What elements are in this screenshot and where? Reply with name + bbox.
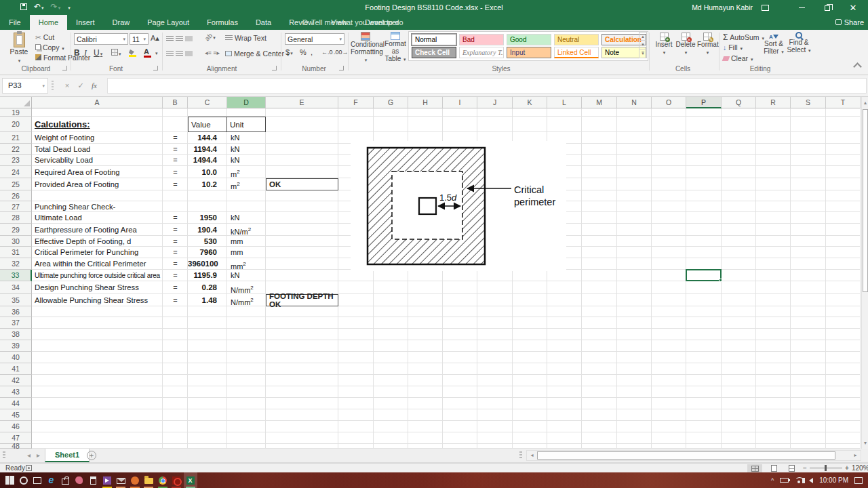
close-button[interactable]: ✕ [844,0,863,15]
taskbar-app-orange-icon[interactable] [128,472,142,488]
column-header-F[interactable]: F [338,97,374,108]
sheet-nav-left-icon[interactable]: ◂ [27,449,31,462]
cell-D20[interactable]: Unit [226,117,266,132]
style-normal[interactable]: Normal [412,34,456,45]
taskbar-file-explorer-icon[interactable] [142,472,155,488]
bold-button[interactable]: B [74,48,82,58]
cell-A20[interactable]: Calculations: [33,117,189,132]
tab-splitter[interactable] [3,451,5,460]
merge-center-button[interactable]: Merge & Center ▾ [225,49,289,58]
row-header-27[interactable]: 27 [0,201,32,212]
horizontal-align-buttons[interactable] [166,49,193,58]
cell-B23[interactable]: = [163,155,188,166]
cell-B24[interactable]: = [163,166,188,178]
row-header-35[interactable]: 35 [0,294,32,306]
row-header-48[interactable]: 48 [0,444,32,449]
ribbon-tab-data[interactable]: Data [247,15,280,30]
cell-C35[interactable]: 1.48 [188,294,227,306]
collapse-ribbon-icon[interactable] [853,62,862,71]
cell-D30[interactable]: mm [227,236,279,247]
column-header-N[interactable]: N [617,97,652,108]
share-button[interactable]: Share [835,15,864,30]
column-header-R[interactable]: R [756,97,791,108]
borders-button[interactable]: ▾ [111,49,121,57]
ribbon-tab-page-layout[interactable]: Page Layout [138,15,198,30]
wrap-text-button[interactable]: Wrap Text [225,34,267,42]
cell-C23[interactable]: 1494.4 [188,155,227,166]
row-header-19[interactable]: 19 [0,108,32,117]
scroll-up-icon[interactable]: ▴ [862,98,868,108]
font-color-dropdown[interactable]: ▾ [155,48,158,56]
format-as-table-button[interactable]: Format asTable ▾ [381,32,410,62]
column-header-B[interactable]: B [163,97,188,108]
grow-font-button[interactable]: A▴ [151,34,159,43]
clear-button[interactable]: Clear ▾ [723,54,753,62]
style-neutral[interactable]: Neutral [554,34,599,45]
taskbar-edge-icon[interactable]: e [45,472,58,488]
row-header-38[interactable]: 38 [0,329,32,340]
cell-E25[interactable]: OK [266,178,338,190]
cell-B32[interactable]: = [163,258,188,270]
font-size-select[interactable]: 11▾ [130,33,149,45]
font-color-button[interactable]: A [144,47,151,58]
ribbon-tab-home[interactable]: Home [30,15,67,30]
conditional-formatting-button[interactable]: ConditionalFormatting ▾ [351,32,380,63]
cell-D23[interactable]: kN [227,155,279,166]
row-header-22[interactable]: 22 [0,144,32,155]
style-check-cell[interactable]: Check Cell [412,47,456,58]
accounting-format-button[interactable]: $▾ [285,48,293,56]
select-all-corner[interactable] [0,97,32,108]
taskbar-mail-icon[interactable] [114,472,127,488]
cell-B35[interactable]: = [163,294,188,306]
taskbar-app-pink-icon[interactable] [73,472,86,488]
cell-D28[interactable]: kN [227,212,279,224]
sort-filter-button[interactable]: A Sort &Filter ▾ [762,32,785,55]
insert-cells-button[interactable]: + Insert▾ [654,33,674,56]
cut-button[interactable]: ✂ Cut [35,33,54,41]
cell-B28[interactable]: = [163,212,188,224]
page-layout-view-button[interactable] [766,464,781,472]
cancel-formula-icon[interactable]: × [61,78,73,94]
vertical-align-buttons[interactable] [166,35,193,43]
font-dialog-launcher[interactable] [153,66,158,70]
style-bad[interactable]: Bad [459,34,504,45]
comma-style-button[interactable]: , [311,48,313,56]
cell-C29[interactable]: 190.4 [188,224,227,236]
column-header-I[interactable]: I [443,97,477,108]
row-header-40[interactable]: 40 [0,352,32,363]
style-input[interactable]: Input [507,47,551,58]
cell-D21[interactable]: kN [227,132,279,144]
formula-bar-splitter[interactable] [52,81,54,91]
taskbar-chrome-icon[interactable] [156,472,170,488]
scroll-right-icon[interactable]: ▸ [851,451,860,460]
column-header-J[interactable]: J [477,97,513,108]
style-linked-cell[interactable]: Linked Cell [554,47,599,58]
row-header-21[interactable]: 21 [0,132,32,144]
cell-A27[interactable]: Punching Shear Check- [33,201,189,212]
alignment-dialog-launcher[interactable] [272,66,277,70]
column-header-T[interactable]: T [826,97,861,108]
insert-function-icon[interactable]: fx [88,78,100,94]
cell-C21[interactable]: 144.4 [188,132,227,144]
footing-diagram-image[interactable]: 1.5d Critical perimeter [351,141,566,271]
fill-button[interactable]: ↓ Fill ▾ [723,43,743,52]
clipboard-dialog-launcher[interactable] [62,66,67,70]
ribbon-tab-formulas[interactable]: Formulas [198,15,247,30]
row-header-25[interactable]: 25 [0,178,32,190]
style-good[interactable]: Good [507,34,551,45]
paste-button[interactable]: Paste▾ [5,33,33,64]
cell-B33[interactable]: = [163,270,188,281]
column-header-Q[interactable]: Q [722,97,756,108]
gallery-scroll-down-icon[interactable]: ▾ [639,41,647,49]
battery-icon[interactable] [780,478,789,483]
increase-decimal-button[interactable]: ←.0 [321,49,333,56]
row-header-20[interactable]: 20 [0,117,32,132]
column-header-A[interactable]: A [32,97,163,108]
signed-in-user[interactable]: Md Humayun Kabir [692,0,753,15]
row-header-28[interactable]: 28 [0,212,32,224]
sheet-nav-right-icon[interactable]: ▸ [37,449,40,462]
tell-me-box[interactable]: Tell me what you want to do [302,15,403,30]
row-header-34[interactable]: 34 [0,281,32,294]
percent-style-button[interactable]: % [300,48,307,56]
formula-input[interactable] [107,78,867,94]
